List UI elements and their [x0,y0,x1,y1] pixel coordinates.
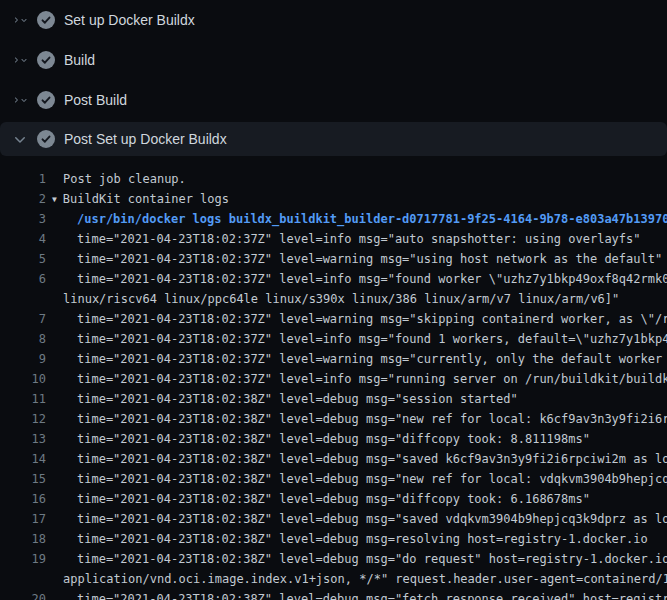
step-title: Post Set up Docker Buildx [64,131,227,147]
log-line-text: time="2021-04-23T18:02:37Z" level=info m… [77,269,667,289]
log-row: 13time="2021-04-23T18:02:38Z" level=debu… [0,429,667,449]
check-circle-icon [37,130,55,148]
log-line-number[interactable]: 17 [0,509,46,529]
log-line-text: Post job cleanup. [63,169,186,189]
log-row: 7time="2021-04-23T18:02:37Z" level=warni… [0,309,667,329]
log-text: time="2021-04-23T18:02:38Z" level=debug … [77,592,667,600]
log-line-text: time="2021-04-23T18:02:38Z" level=debug … [77,429,590,449]
log-row: 8time="2021-04-23T18:02:37Z" level=info … [0,329,667,349]
log-text: time="2021-04-23T18:02:37Z" level=info m… [77,272,667,286]
log-row: 6time="2021-04-23T18:02:37Z" level=info … [0,269,667,289]
log-row: 18time="2021-04-23T18:02:38Z" level=debu… [0,529,667,549]
log-row: application/vnd.oci.image.index.v1+json,… [0,569,667,589]
log-text: BuildKit container logs [63,192,229,206]
log-line-text: time="2021-04-23T18:02:38Z" level=debug … [77,549,667,569]
log-line-number[interactable]: 6 [0,269,46,289]
log-line-text: time="2021-04-23T18:02:38Z" level=debug … [77,409,667,429]
log-row: 1Post job cleanup. [0,169,667,189]
chevron-icon [12,52,28,68]
step-row-set-up-docker-buildx[interactable]: Set up Docker Buildx [0,0,667,40]
log-line-text: time="2021-04-23T18:02:38Z" level=debug … [77,489,590,509]
log-row: 15time="2021-04-23T18:02:38Z" level=debu… [0,469,667,489]
log-line-number[interactable]: 8 [0,329,46,349]
step-row-post-set-up-docker-buildx[interactable]: Post Set up Docker Buildx [0,122,667,156]
chevron-down-icon [12,131,28,147]
log-row: 9time="2021-04-23T18:02:37Z" level=warni… [0,349,667,369]
log-line-number[interactable]: 16 [0,489,46,509]
step-row-post-build[interactable]: Post Build [0,80,667,120]
check-circle-icon [37,91,55,109]
log-lines: 1Post job cleanup.2▼BuildKit container l… [0,169,667,600]
chevron-icon [12,92,28,108]
log-line-text: time="2021-04-23T18:02:38Z" level=debug … [77,529,648,549]
step-title: Set up Docker Buildx [64,12,195,28]
log-text: time="2021-04-23T18:02:38Z" level=debug … [77,552,667,566]
log-line-text: time="2021-04-23T18:02:38Z" level=debug … [77,469,667,489]
log-text: time="2021-04-23T18:02:38Z" level=debug … [77,412,667,426]
log-row: 17time="2021-04-23T18:02:38Z" level=debu… [0,509,667,529]
chevron-down-icon [20,12,28,28]
log-line-number[interactable]: 14 [0,449,46,469]
log-text: time="2021-04-23T18:02:38Z" level=debug … [77,392,518,406]
check-circle-icon [37,11,55,29]
chevron-down-icon [20,52,28,68]
log-row: 19time="2021-04-23T18:02:38Z" level=debu… [0,549,667,569]
check-circle-icon [37,51,55,69]
step-title: Build [64,52,95,68]
log-text: time="2021-04-23T18:02:38Z" level=debug … [77,452,667,466]
chevron-icon [12,12,28,28]
log-row: 2▼BuildKit container logs [0,189,667,209]
log-line-number[interactable]: 3 [0,209,46,229]
log-line-number[interactable]: 5 [0,249,46,269]
log-line-number[interactable]: 12 [0,409,46,429]
log-row: 16time="2021-04-23T18:02:38Z" level=debu… [0,489,667,509]
chevron-right-icon [12,92,20,108]
log-area: 1Post job cleanup.2▼BuildKit container l… [0,160,667,600]
log-text: time="2021-04-23T18:02:37Z" level=info m… [77,232,641,246]
log-text: time="2021-04-23T18:02:38Z" level=debug … [77,532,648,546]
log-line-number[interactable]: 19 [0,549,46,569]
log-line-text: time="2021-04-23T18:02:38Z" level=debug … [77,389,518,409]
log-row: 10time="2021-04-23T18:02:37Z" level=info… [0,369,667,389]
log-text: time="2021-04-23T18:02:38Z" level=debug … [77,432,590,446]
log-line-number[interactable]: 20 [0,589,46,600]
log-line-number[interactable]: 15 [0,469,46,489]
log-text: Post job cleanup. [63,172,186,186]
log-line-number[interactable]: 2 [0,189,46,209]
chevron-down-icon [20,92,28,108]
log-line-text: application/vnd.oci.image.index.v1+json,… [63,569,667,589]
log-group-toggle[interactable]: ▼BuildKit container logs [52,189,229,209]
chevron-icon [12,131,28,147]
log-line-text: time="2021-04-23T18:02:38Z" level=debug … [77,449,667,469]
log-row: 20time="2021-04-23T18:02:38Z" level=debu… [0,589,667,600]
log-line-number[interactable]: 9 [0,349,46,369]
log-text: time="2021-04-23T18:02:37Z" level=warnin… [77,352,667,366]
log-line-text: time="2021-04-23T18:02:37Z" level=info m… [77,369,667,389]
log-line-number [0,569,46,589]
log-line-number[interactable]: 18 [0,529,46,549]
log-text: time="2021-04-23T18:02:37Z" level=warnin… [77,252,662,266]
step-row-build[interactable]: Build [0,40,667,80]
log-text: time="2021-04-23T18:02:38Z" level=debug … [77,492,590,506]
log-row: 14time="2021-04-23T18:02:38Z" level=debu… [0,449,667,469]
step-title: Post Build [64,92,127,108]
log-row: 5time="2021-04-23T18:02:37Z" level=warni… [0,249,667,269]
chevron-right-icon [12,52,20,68]
log-line-number[interactable]: 7 [0,309,46,329]
log-line-number[interactable]: 11 [0,389,46,409]
log-line-number[interactable]: 4 [0,229,46,249]
log-line-text: time="2021-04-23T18:02:37Z" level=warnin… [77,309,667,329]
log-line-number[interactable]: 13 [0,429,46,449]
log-line-text: time="2021-04-23T18:02:37Z" level=info m… [77,329,667,349]
log-row: linux/riscv64 linux/ppc64le linux/s390x … [0,289,667,309]
log-line-number[interactable]: 1 [0,169,46,189]
steps-list: Set up Docker Buildx Build Post Build [0,0,667,156]
log-row: 3/usr/bin/docker logs buildx_buildkit_bu… [0,209,667,229]
log-text: time="2021-04-23T18:02:37Z" level=info m… [77,372,667,386]
log-line-text: time="2021-04-23T18:02:37Z" level=warnin… [77,349,667,369]
log-text: time="2021-04-23T18:02:38Z" level=debug … [77,472,667,486]
log-text: time="2021-04-23T18:02:37Z" level=info m… [77,332,667,346]
log-text: time="2021-04-23T18:02:38Z" level=debug … [77,512,667,526]
log-line-number [0,289,46,309]
log-line-number[interactable]: 10 [0,369,46,389]
